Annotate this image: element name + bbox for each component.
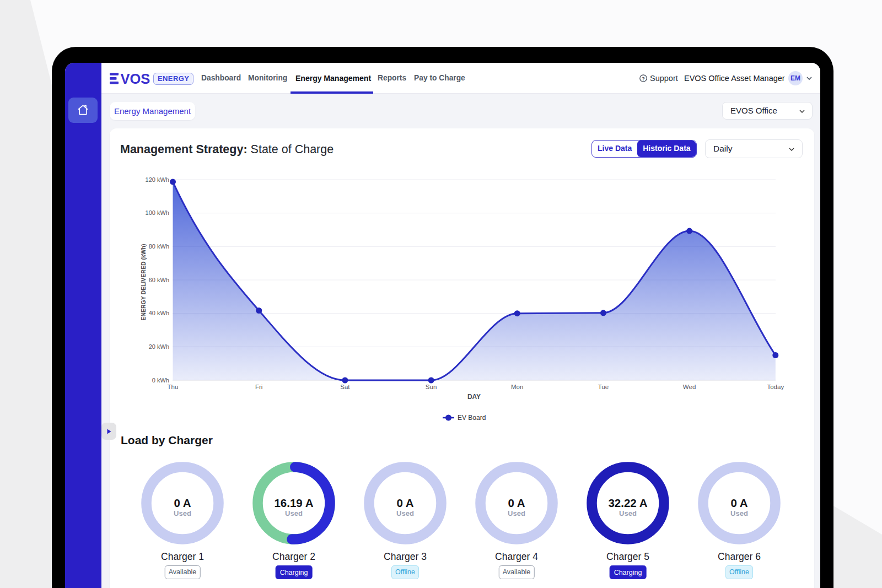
- svg-text:Tue: Tue: [598, 384, 609, 390]
- svg-text:Fri: Fri: [255, 384, 262, 390]
- svg-text:DAY: DAY: [467, 393, 481, 401]
- svg-text:40 kWh: 40 kWh: [149, 310, 169, 316]
- svg-text:VOS: VOS: [121, 71, 150, 86]
- svg-text:?: ?: [642, 75, 645, 82]
- svg-text:Thu: Thu: [168, 384, 179, 390]
- svg-text:ENERGY DELIVERED (kWh): ENERGY DELIVERED (kWh): [140, 244, 147, 320]
- svg-text:Today: Today: [767, 384, 784, 390]
- svg-text:0 kWh: 0 kWh: [152, 377, 169, 384]
- svg-text:80 kWh: 80 kWh: [149, 243, 169, 250]
- svg-text:100 kWh: 100 kWh: [146, 209, 169, 216]
- svg-text:Sat: Sat: [340, 384, 350, 390]
- svg-text:60 kWh: 60 kWh: [149, 277, 169, 283]
- svg-text:EV Board: EV Board: [458, 414, 486, 422]
- svg-text:20 kWh: 20 kWh: [149, 343, 169, 350]
- svg-text:Sun: Sun: [426, 384, 437, 390]
- svg-text:Mon: Mon: [511, 384, 523, 390]
- svg-text:Wed: Wed: [683, 384, 696, 390]
- svg-text:120 kWh: 120 kWh: [146, 176, 169, 183]
